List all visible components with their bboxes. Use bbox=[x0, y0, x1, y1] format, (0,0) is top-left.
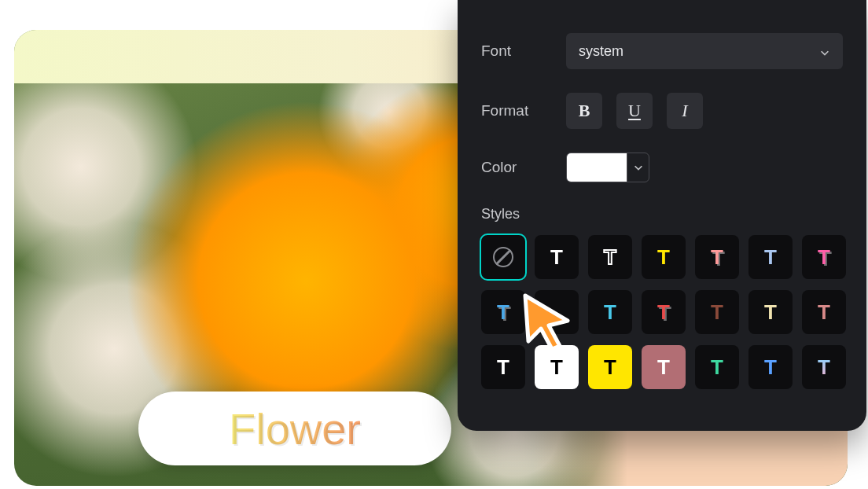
color-picker[interactable] bbox=[566, 153, 649, 182]
style-glyph: T bbox=[764, 245, 777, 270]
style-glyph: T bbox=[604, 245, 616, 270]
style-tile-grad[interactable]: T bbox=[802, 345, 846, 389]
style-glyph: T bbox=[764, 355, 777, 380]
style-glyph: T bbox=[764, 300, 777, 325]
style-glyph: T bbox=[657, 300, 670, 325]
style-tile-blue2[interactable]: T bbox=[748, 345, 793, 389]
style-tile-cyan[interactable]: T bbox=[588, 290, 632, 334]
style-tile-ltblue[interactable]: T bbox=[748, 235, 793, 279]
style-glyph: T bbox=[550, 355, 563, 380]
font-select-value: system bbox=[579, 43, 623, 60]
app-stage: Flower Font system Format B U I Color bbox=[0, 0, 868, 489]
style-tile-mint[interactable]: T bbox=[695, 345, 739, 389]
style-tile-blue-out[interactable]: T bbox=[481, 290, 525, 334]
style-tile-brown[interactable]: T bbox=[695, 290, 739, 334]
style-glyph: T bbox=[711, 355, 723, 380]
style-tile-yellow[interactable]: T bbox=[642, 235, 686, 279]
color-label: Color bbox=[481, 159, 566, 176]
style-tile-cream[interactable]: T bbox=[748, 290, 793, 334]
font-select[interactable]: system bbox=[566, 33, 843, 69]
style-tile-rose[interactable]: T bbox=[802, 290, 846, 334]
style-tile-bg-white[interactable]: T bbox=[535, 345, 579, 389]
canvas-text-element[interactable]: Flower bbox=[138, 392, 451, 465]
style-glyph: T bbox=[657, 355, 670, 380]
canvas-bottom-strip bbox=[533, 423, 848, 486]
style-tile-hidden-cur[interactable] bbox=[535, 290, 579, 334]
color-swatch bbox=[567, 153, 627, 182]
style-tile-bg-mauve[interactable]: T bbox=[642, 345, 686, 389]
style-glyph: T bbox=[711, 300, 723, 325]
style-tile-none[interactable] bbox=[481, 235, 525, 279]
format-row: Format B U I bbox=[481, 93, 843, 129]
format-button-group: B U I bbox=[566, 93, 703, 129]
canvas-text-label: Flower bbox=[229, 403, 361, 454]
style-glyph: T bbox=[497, 355, 509, 380]
style-glyph: T bbox=[818, 300, 830, 325]
chevron-down-icon bbox=[819, 46, 830, 57]
style-tile-magenta-sh[interactable]: T bbox=[802, 235, 846, 279]
chevron-down-icon bbox=[633, 162, 644, 173]
color-dropdown-button[interactable] bbox=[627, 153, 649, 182]
style-glyph: T bbox=[818, 245, 830, 270]
style-glyph: T bbox=[604, 355, 616, 380]
color-row: Color bbox=[481, 153, 843, 182]
style-glyph: T bbox=[550, 245, 563, 270]
style-tile-outline-wh[interactable]: T bbox=[588, 235, 632, 279]
text-style-panel: Font system Format B U I Color bbox=[458, 0, 866, 431]
style-tile-red-out[interactable]: T bbox=[642, 290, 686, 334]
style-tile-bg-yellow[interactable]: T bbox=[588, 345, 632, 389]
style-glyph: T bbox=[818, 355, 830, 380]
styles-label: Styles bbox=[481, 206, 843, 222]
format-label: Format bbox=[481, 102, 566, 119]
style-glyph: T bbox=[711, 245, 723, 270]
font-label: Font bbox=[481, 42, 566, 60]
underline-button[interactable]: U bbox=[616, 93, 653, 129]
italic-button[interactable]: I bbox=[667, 93, 703, 129]
style-glyph: T bbox=[604, 300, 616, 325]
styles-grid: TTTTTTTTTTTTTTTTTTT bbox=[481, 235, 843, 389]
style-tile-solid-white[interactable]: T bbox=[535, 235, 579, 279]
style-tile-pink-sh[interactable]: T bbox=[695, 235, 739, 279]
font-row: Font system bbox=[481, 33, 843, 69]
bold-button[interactable]: B bbox=[566, 93, 602, 129]
style-glyph: T bbox=[497, 300, 509, 325]
style-tile-bg-black[interactable]: T bbox=[481, 345, 525, 389]
style-glyph: T bbox=[657, 245, 670, 270]
none-icon bbox=[493, 247, 513, 267]
